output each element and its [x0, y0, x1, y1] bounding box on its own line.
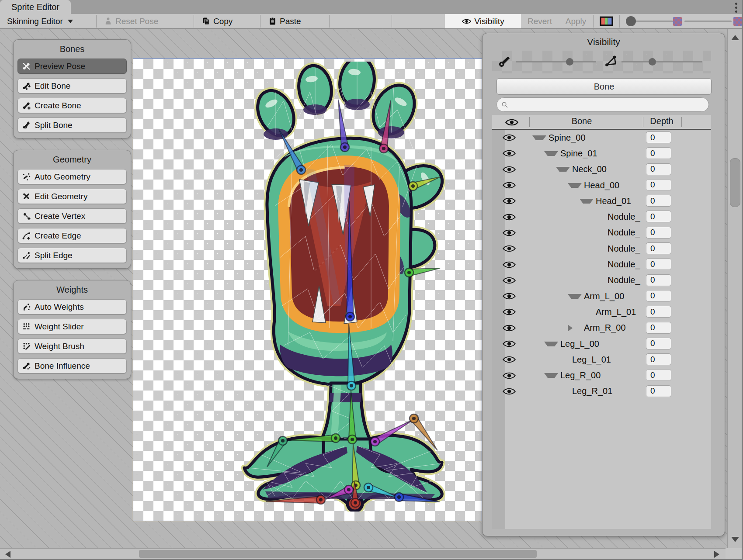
- mesh-opacity-slider-track[interactable]: [684, 21, 732, 22]
- bone-name[interactable]: Nodule_: [608, 275, 640, 285]
- bone-name[interactable]: Head_00: [584, 180, 619, 190]
- bone-row-nodule[interactable]: Nodule_ 0: [492, 225, 711, 241]
- expander-icon[interactable]: [544, 373, 558, 378]
- copy-button[interactable]: Copy: [202, 14, 233, 28]
- bone-row-leg_r_01[interactable]: Leg_R_01 0: [492, 384, 711, 399]
- bone-row-spine_01[interactable]: Spine_01 0: [492, 145, 711, 161]
- depth-input[interactable]: 0: [646, 369, 671, 381]
- bone-name[interactable]: Head_01: [596, 196, 631, 206]
- bone-row-arm_r_00[interactable]: Arm_R_00 0: [492, 320, 711, 336]
- visibility-eye-toggle[interactable]: [502, 386, 517, 397]
- reset-pose-button[interactable]: Reset Pose: [104, 14, 158, 28]
- revert-button[interactable]: Revert: [521, 14, 559, 28]
- scroll-left-arrow-icon[interactable]: [5, 551, 10, 558]
- expander-icon[interactable]: [544, 342, 558, 346]
- bone-name[interactable]: Arm_L_00: [584, 291, 624, 301]
- visibility-eye-toggle[interactable]: [502, 323, 517, 333]
- depth-input[interactable]: 0: [646, 274, 671, 286]
- depth-column-header[interactable]: Depth: [645, 116, 678, 126]
- scroll-down-arrow-icon[interactable]: [731, 537, 739, 542]
- vertical-scrollbar-thumb[interactable]: [730, 158, 740, 207]
- bone-row-leg_l_00[interactable]: Leg_L_00 0: [492, 336, 711, 352]
- visibility-eye-toggle[interactable]: [502, 291, 517, 301]
- bone-opacity-knob[interactable]: [566, 58, 573, 66]
- visibility-eye-toggle[interactable]: [502, 132, 517, 143]
- bone-row-head_01[interactable]: Head_01 0: [492, 193, 711, 209]
- tool-button-preview-pose[interactable]: Preview Pose: [17, 59, 127, 74]
- bone-name[interactable]: Nodule_: [608, 259, 640, 270]
- mesh-opacity-track[interactable]: [621, 61, 702, 62]
- alpha-slider-track[interactable]: [633, 21, 673, 22]
- expander-icon[interactable]: [532, 135, 546, 140]
- tool-button-edit-bone[interactable]: Edit Bone: [17, 78, 127, 93]
- bone-row-nodule[interactable]: Nodule_ 0: [492, 209, 711, 225]
- bone-overlay[interactable]: [405, 268, 440, 277]
- mesh-opacity-knob[interactable]: [649, 58, 656, 66]
- bone-row-nodule[interactable]: Nodule_ 0: [492, 256, 711, 272]
- tool-button-weight-slider[interactable]: Weight Slider: [17, 319, 127, 334]
- search-input[interactable]: [511, 100, 696, 110]
- tool-button-auto-geometry[interactable]: Auto Geometry: [17, 169, 127, 184]
- tool-button-bone-influence[interactable]: Bone Influence: [17, 358, 127, 373]
- depth-input[interactable]: 0: [646, 147, 671, 159]
- tool-button-create-vertex[interactable]: Create Vertex: [17, 208, 127, 224]
- tab-sprite-editor[interactable]: Sprite Editor: [0, 0, 71, 14]
- tool-button-weight-brush[interactable]: Weight Brush: [17, 339, 127, 354]
- depth-input[interactable]: 0: [646, 258, 671, 270]
- depth-input[interactable]: 0: [646, 227, 671, 239]
- bone-row-nodule[interactable]: Nodule_ 0: [492, 273, 711, 288]
- scroll-right-arrow-icon[interactable]: [714, 551, 719, 558]
- visibility-eye-toggle[interactable]: [502, 212, 517, 222]
- bone-row-nodule[interactable]: Nodule_ 0: [492, 241, 711, 256]
- tool-button-create-edge[interactable]: Create Edge: [17, 228, 127, 243]
- depth-input[interactable]: 0: [646, 290, 671, 302]
- bone-name[interactable]: Leg_L_00: [560, 339, 599, 349]
- bone-name[interactable]: Arm_R_00: [584, 323, 626, 333]
- bone-opacity-track[interactable]: [516, 61, 596, 62]
- skinning-editor-dropdown[interactable]: Skinning Editor: [7, 14, 73, 28]
- expander-icon[interactable]: [544, 151, 558, 156]
- bone-row-head_00[interactable]: Head_00 0: [492, 177, 711, 193]
- depth-input[interactable]: 0: [646, 385, 671, 397]
- depth-input[interactable]: 0: [646, 306, 671, 318]
- bone-row-spine_00[interactable]: Spine_00 0: [492, 130, 711, 145]
- tool-button-split-edge[interactable]: Split Edge: [17, 248, 127, 263]
- bone-search-field[interactable]: [496, 97, 709, 112]
- visibility-eye-toggle[interactable]: [502, 307, 517, 317]
- bone-name[interactable]: Nodule_: [608, 244, 640, 254]
- visibility-eye-toggle[interactable]: [502, 164, 517, 175]
- visibility-eye-toggle[interactable]: [502, 370, 517, 381]
- visibility-eye-toggle[interactable]: [502, 243, 517, 254]
- expander-icon[interactable]: [556, 167, 570, 172]
- tool-button-split-bone[interactable]: Split Bone: [17, 118, 127, 133]
- alpha-slider-knob[interactable]: [626, 16, 636, 26]
- vertical-scrollbar[interactable]: [727, 29, 742, 548]
- visibility-eye-toggle[interactable]: [502, 339, 517, 349]
- bone-name[interactable]: Leg_R_01: [572, 386, 612, 396]
- depth-input[interactable]: 0: [646, 353, 671, 365]
- horizontal-scrollbar[interactable]: [0, 548, 726, 559]
- visibility-eye-toggle[interactable]: [502, 228, 517, 238]
- bone-name[interactable]: Arm_L_01: [596, 307, 636, 317]
- visibility-eye-toggle[interactable]: [502, 259, 517, 270]
- bone-row-leg_r_00[interactable]: Leg_R_00 0: [492, 367, 711, 383]
- bone-row-neck_00[interactable]: Neck_00 0: [492, 162, 711, 177]
- visibility-eye-toggle[interactable]: [502, 354, 517, 365]
- bone-name[interactable]: Spine_01: [560, 149, 597, 159]
- bone-name[interactable]: Leg_L_01: [572, 355, 611, 365]
- sprite-canvas[interactable]: [133, 59, 482, 521]
- kebab-menu-icon[interactable]: [732, 2, 740, 13]
- depth-input[interactable]: 0: [646, 131, 671, 143]
- depth-input[interactable]: 0: [646, 242, 671, 254]
- depth-input[interactable]: 0: [646, 338, 671, 349]
- visibility-eye-toggle[interactable]: [502, 180, 517, 190]
- depth-input[interactable]: 0: [646, 179, 671, 191]
- visibility-toggle-button[interactable]: Visibility: [445, 14, 521, 28]
- bone-row-leg_l_01[interactable]: Leg_L_01 0: [492, 352, 711, 367]
- bone-tab-button[interactable]: Bone: [496, 78, 712, 95]
- bone-name[interactable]: Leg_R_00: [560, 370, 601, 380]
- bone-row-arm_l_00[interactable]: Arm_L_00 0: [492, 288, 711, 304]
- tool-button-auto-weights[interactable]: Auto Weights: [17, 299, 127, 315]
- visibility-eye-toggle[interactable]: [502, 275, 517, 286]
- depth-input[interactable]: 0: [646, 211, 671, 222]
